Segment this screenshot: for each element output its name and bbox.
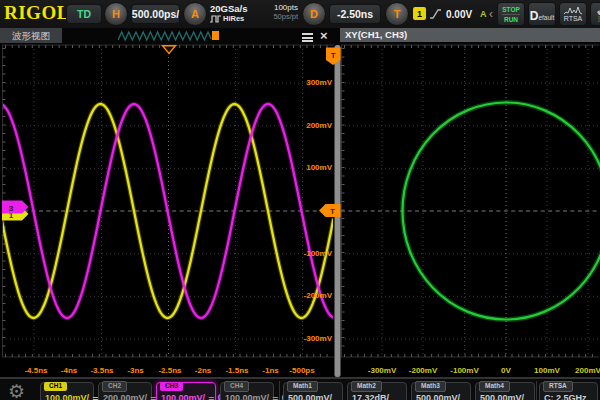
delay-value[interactable]: -2.50ns [329,4,381,24]
delay-knob[interactable]: D [302,2,326,26]
rigol-logo: RIGOL [4,2,70,24]
timebase-value[interactable]: 500.00ps/ [131,4,180,24]
channel-box-ch1[interactable]: CH1100.00mV/= Ω [40,382,94,400]
svg-text:T: T [331,51,336,60]
header-bar: RIGOL TD H 500.00ps/ A 20GSa/s HiRes 100… [0,0,600,28]
default-button[interactable]: Default [528,2,556,26]
rtsa-label: RTSA [564,15,583,22]
hires-icon [210,15,221,23]
acquire-knob[interactable]: A [183,2,207,26]
channel-box-ch3-scale: 100.00mV/= Ω [161,393,224,400]
xy-panel-title: XY(CH1, CH3) [340,28,600,42]
rtsa-box-scale: C: 2.5GHz [544,393,587,400]
acq-mode: HiRes [223,14,244,23]
trigger-markers: 13TT [2,46,341,221]
math-box-4[interactable]: Math4500.00mV/ [475,382,535,400]
trigger-position-icon[interactable] [163,46,176,54]
default-small-letters: efault [538,14,554,21]
math-box-4-tab[interactable]: Math4 [479,381,510,392]
channel-status-bar: ⚙ CH1100.00mV/= ΩCH2200.00mV/= ΩCH3100.0… [0,377,600,400]
math-box-1-tab[interactable]: Math1 [287,381,318,392]
trigger-knob[interactable]: T [385,2,409,26]
stop-run-divider [502,14,520,15]
channel-box-ch2[interactable]: CH2200.00mV/= Ω [98,382,152,400]
bottom-bar-divider [279,381,280,400]
math-box-3-tab[interactable]: Math3 [415,381,446,392]
trigger-sweep-mode: A [480,9,487,19]
math-box-4-scale: 500.00mV/ [480,393,524,400]
run-label: RUN [504,16,518,23]
trigger-source-badge[interactable]: 1 [413,7,426,20]
math-box-2-tab[interactable]: Math2 [351,381,382,392]
close-icon[interactable]: × [320,28,328,43]
rtsa-box-tab[interactable]: RTSA [543,381,573,392]
svg-text:T: T [330,207,335,216]
math-box-1[interactable]: Math1500.00mV/ [283,382,343,400]
svg-text:3: 3 [9,204,14,213]
channel-box-ch4[interactable]: CH4100.00mV/= Ω [220,382,274,400]
math-box-2[interactable]: Math217.32dB/ [347,382,407,400]
rtsa-box[interactable]: RTSAC: 2.5GHz [539,382,598,400]
stop-run-button[interactable]: STOP RUN [497,2,525,26]
rtsa-button[interactable]: RTSA [559,2,587,26]
spectrum-icon [564,6,582,15]
sample-interval: 50ps/pt [264,12,298,21]
scope-graphics: 13TT [0,0,600,400]
bottom-bar-divider [536,381,537,400]
tab-waveform-view[interactable]: 波形视图 [0,28,62,43]
math-box-3-scale: 500.00mV/ [416,393,460,400]
channel-box-ch1-tab[interactable]: CH1 [44,382,67,391]
menu-icon[interactable] [302,32,313,44]
trigger-level-value[interactable]: 0.00V [446,9,472,20]
waveform-grid [2,45,334,357]
measure-button[interactable]: 测量 [590,2,600,26]
record-preview-icon[interactable] [118,30,220,42]
trigger-level-flag[interactable]: T [319,204,341,217]
acquisition-info[interactable]: 20GSa/s HiRes [210,3,262,23]
sample-rate: 20GSa/s [210,3,262,14]
tab-row: 波形视图 × XY(CH1, CH3) [0,28,600,44]
rising-edge-icon [429,8,442,20]
default-big-letter: D [530,9,539,23]
channel-box-ch3[interactable]: CH3100.00mV/= Ω [156,382,216,400]
oscilloscope-screen: RIGOL TD H 500.00ps/ A 20GSa/s HiRes 100… [0,0,600,400]
channel-box-ch2-tab[interactable]: CH2 [102,381,127,392]
channel-box-ch4-tab[interactable]: CH4 [224,381,249,392]
memory-depth: 100pts [264,3,298,12]
math-box-3[interactable]: Math3500.00mV/ [411,382,471,400]
ruler-icon [596,4,600,15]
horizontal-knob[interactable]: H [104,2,128,26]
record-cursor[interactable] [212,31,219,40]
stop-label: STOP [502,6,520,13]
memory-depth-info: 100pts 50ps/pt [264,3,298,21]
channel-box-ch3-tab[interactable]: CH3 [160,382,183,391]
settings-gear-icon[interactable]: ⚙ [8,380,25,400]
math-box-1-scale: 500.00mV/ [288,393,332,400]
trigger-status-badge: TD [66,4,102,24]
math-box-2-scale: 17.32dB/ [352,393,389,400]
collapse-chevron-icon[interactable]: ‹ [489,7,493,21]
